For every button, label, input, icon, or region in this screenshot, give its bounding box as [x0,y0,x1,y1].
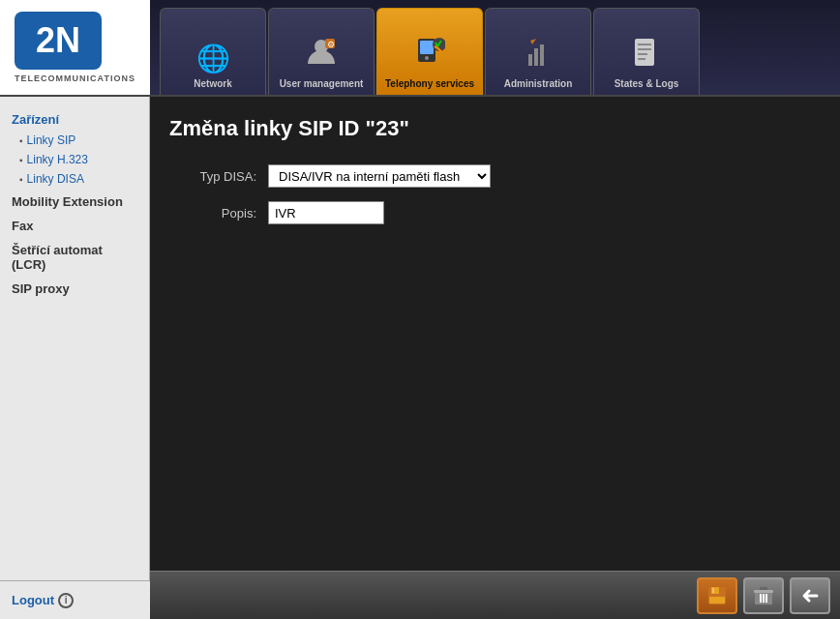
form-row-typ-disa: Typ DISA: DISA/IVR na interní paměti fla… [169,164,821,188]
label-popis: Popis: [169,206,256,221]
header: 2N TELECOMMUNICATIONS 🌐 Network ⚙ User m… [0,0,840,97]
svg-rect-14 [638,58,645,60]
svg-rect-7 [528,54,532,66]
svg-rect-9 [540,44,544,66]
logo-area: 2N TELECOMMUNICATIONS [0,0,150,95]
svg-rect-11 [638,44,651,45]
user-management-icon: ⚙ [306,37,337,74]
bottom-action-bar [150,571,840,619]
tab-states-logs-label: States & Logs [615,78,679,89]
tab-states-logs[interactable]: States & Logs [593,8,700,95]
svg-rect-17 [712,588,714,593]
network-icon: 🌐 [196,43,230,74]
back-button[interactable] [790,577,830,614]
main-area: Zařízení Linky SIP Linky H.323 Linky DIS… [0,97,840,619]
page-title: Změna linky SIP ID "23" [169,116,821,141]
svg-rect-18 [709,597,725,604]
delete-button[interactable] [743,577,784,614]
svg-rect-4 [420,41,434,54]
tab-administration[interactable]: Administration [485,8,591,95]
sidebar: Zařízení Linky SIP Linky H.323 Linky DIS… [0,97,150,619]
tab-user-management-label: User management [280,78,364,89]
nav-tabs: 🌐 Network ⚙ User management [150,0,840,95]
administration-icon [523,37,554,74]
logout-area: Logout i [0,580,150,619]
states-logs-icon [631,37,662,74]
svg-rect-13 [638,53,647,55]
tab-network-label: Network [194,78,231,89]
svg-text:⚙: ⚙ [327,40,335,49]
input-popis[interactable] [268,201,384,224]
sidebar-section-zarizeni: Zařízení [0,106,149,131]
select-typ-disa[interactable]: DISA/IVR na interní paměti flash Standar… [268,164,491,188]
tab-administration-label: Administration [504,78,573,89]
sidebar-item-linky-sip[interactable]: Linky SIP [0,131,149,150]
sidebar-item-linky-h323[interactable]: Linky H.323 [0,150,149,169]
label-typ-disa: Typ DISA: [169,169,256,184]
logo: 2N [15,12,102,70]
save-button[interactable] [697,577,737,614]
sidebar-item-fax[interactable]: Fax [0,213,149,237]
svg-rect-10 [635,39,654,66]
svg-rect-21 [754,590,773,593]
tab-user-management[interactable]: ⚙ User management [268,8,375,95]
sidebar-item-setrici-automat[interactable]: Šetřící automat (LCR) [0,237,149,276]
tab-telephony-label: Telephony services [385,78,474,89]
tab-network[interactable]: 🌐 Network [160,8,266,95]
svg-point-5 [425,56,429,60]
sidebar-item-linky-disa[interactable]: Linky DISA [0,169,149,189]
tab-telephony-services[interactable]: Telephony services [376,8,483,95]
form-row-popis: Popis: [169,201,821,224]
sidebar-item-sip-proxy[interactable]: SIP proxy [0,276,149,300]
sidebar-item-mobility-extension[interactable]: Mobility Extension [0,189,149,213]
telephony-icon [414,37,445,74]
content-area: Změna linky SIP ID "23" Typ DISA: DISA/I… [150,97,840,619]
info-icon[interactable]: i [58,593,74,608]
logo-subtitle: TELECOMMUNICATIONS [15,74,135,83]
logout-button[interactable]: Logout [12,593,54,607]
svg-rect-8 [534,48,538,66]
svg-rect-12 [638,48,651,50]
